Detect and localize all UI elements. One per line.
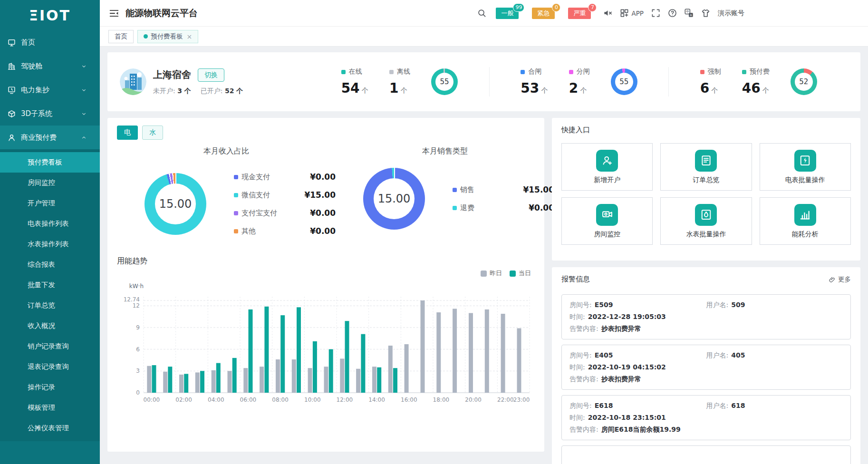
switch-site-button[interactable]: 切换 [198,68,224,82]
main-area: 能源物联网云平台 一般99紧急0严重7 APP 中A 演示账号 首页预付费看板× [100,0,868,464]
quick-entry-0[interactable]: 新增开户 [561,143,653,191]
sidebar-subitem-12[interactable]: 模板管理 [0,397,100,418]
cube-3d-icon [8,110,16,118]
alarm-badge-critical[interactable]: 严重7 [568,8,591,19]
svg-text:18:00: 18:00 [433,396,450,403]
sidebar-subitem-10[interactable]: 退表记录查询 [0,357,100,377]
sidebar-subitem-3[interactable]: 电表操作列表 [0,213,100,234]
site-counter: 已开户: 52 个 [201,87,243,96]
site-avatar [120,68,146,95]
fullscreen-icon[interactable] [651,9,660,18]
pie-legend: 销售¥15.00退费¥0.00 [453,181,554,217]
svg-text:6: 6 [136,346,140,353]
chevron-up-icon [81,135,87,141]
svg-text:23:00: 23:00 [513,396,530,403]
pie-section-0: 本月收入占比15.00现金支付¥0.00微信支付¥15.00支付宝支付¥0.00… [117,142,336,240]
app-root: ΞIOT 首页驾驶舱电力集抄3D子系统商业预付费预付费看板房间监控开户管理电表操… [0,0,868,464]
pie-chart-0: 15.00 [145,173,206,235]
charts-card: 电水 本月收入占比15.00现金支付¥0.00微信支付¥15.00支付宝支付¥0… [107,118,544,452]
chevron-down-icon [81,111,87,117]
trend-legend-item: 当日 [510,269,531,278]
translate-icon[interactable]: 中A [685,9,694,18]
tab-tag-1[interactable]: 预付费看板× [137,30,198,43]
room-monitor-icon [596,204,618,226]
trend-legend: 昨日当日 [117,269,531,278]
badge-count: 7 [588,3,597,12]
sidebar-subitem-5[interactable]: 综合报表 [0,254,100,275]
paperclip-icon [829,276,836,283]
site-counters: 未开户: 3 个已开户: 52 个 [153,87,243,96]
quick-entry-3[interactable]: 房间监控 [561,197,653,245]
quick-entry-2[interactable]: 电表批量操作 [760,143,851,191]
legend-row: 现金支付¥0.00 [234,168,336,186]
sidebar-subitem-0[interactable]: 预付费看板 [0,152,100,173]
right-column: 快捷入口 新增开户订单总览电表批量操作房间监控水表批量操作能耗分析 报警信息 更… [552,118,860,464]
apps-icon [620,9,629,18]
meter-reading-icon [8,86,16,94]
svg-text:12:00: 12:00 [337,396,353,403]
pie-title: 本月收入占比 [117,146,336,156]
energy-tab-0[interactable]: 电 [117,126,138,140]
sidebar-subitem-4[interactable]: 水表操作列表 [0,234,100,254]
menu-collapse-icon[interactable] [109,9,119,18]
quick-entries-title: 快捷入口 [561,126,851,135]
search-icon[interactable] [477,9,486,18]
sidebar-item-0[interactable]: 首页 [0,30,100,54]
theme-shirt-icon[interactable] [701,9,710,18]
quick-entry-5[interactable]: 能耗分析 [760,197,851,245]
quick-entry-1[interactable]: 订单总览 [660,143,752,191]
sidebar-item-2[interactable]: 电力集抄 [0,78,100,102]
chevron-down-icon [81,87,87,93]
sidebar-item-label: 首页 [21,38,35,47]
topbar-actions: 一般99紧急0严重7 APP 中A 演示账号 [477,8,744,19]
sidebar-subitem-6[interactable]: 批量下发 [0,275,100,295]
mute-icon[interactable] [603,9,612,18]
energy-tab-1[interactable]: 水 [142,126,163,140]
help-icon[interactable] [668,9,677,18]
sidebar-item-1[interactable]: 驾驶舱 [0,54,100,78]
legend-row: 支付宝支付¥0.00 [234,204,336,222]
sidebar-item-label: 3D子系统 [21,109,52,118]
svg-text:16:00: 16:00 [401,396,417,403]
sidebar-item-3[interactable]: 3D子系统 [0,102,100,126]
tab-tag-0[interactable]: 首页 [108,30,134,43]
svg-text:00:00: 00:00 [144,396,160,403]
alarm-badge-normal[interactable]: 一般99 [496,8,519,19]
sidebar-subitem-2[interactable]: 开户管理 [0,193,100,213]
add-account-icon [596,150,618,172]
svg-text:22:00: 22:00 [497,396,514,403]
sidebar-subitem-8[interactable]: 收入概况 [0,316,100,336]
svg-text:20:00: 20:00 [465,396,482,403]
alarm-badges: 一般99紧急0严重7 [494,8,596,19]
stat-item: 预付费46 个 [742,68,770,96]
sidebar-item-4[interactable]: 商业预付费 [0,126,100,149]
sidebar: ΞIOT 首页驾驶舱电力集抄3D子系统商业预付费预付费看板房间监控开户管理电表操… [0,0,100,464]
sidebar-item-label: 驾驶舱 [21,62,42,71]
legend-row: 退费¥0.00 [453,199,554,217]
page-title: 能源物联网云平台 [125,7,198,19]
site-counter: 未开户: 3 个 [153,87,191,96]
sidebar-item-label: 电力集抄 [21,86,49,95]
alarm-card: 房间号: E618用户名: 618时间: 2022-10-18 23:15:01… [561,395,851,440]
overview-group-1: 合闸53 个分闸2 个55 [490,68,669,96]
svg-text:04:00: 04:00 [208,396,224,403]
status-donut-1: 55 [611,68,637,95]
sidebar-subitem-9[interactable]: 销户记录查询 [0,336,100,357]
svg-text:14:00: 14:00 [368,396,385,403]
sidebar-subitem-13[interactable]: 公摊仪表管理 [0,418,100,438]
sidebar-subitem-7[interactable]: 订单总览 [0,295,100,316]
sidebar-subitem-1[interactable]: 房间监控 [0,173,100,193]
svg-text:9: 9 [136,324,140,331]
status-donut-0: 55 [431,68,458,95]
close-icon[interactable]: × [187,33,193,40]
alarm-badge-urgent[interactable]: 紧急0 [532,8,555,19]
quick-entry-4[interactable]: 水表批量操作 [660,197,752,245]
account-name[interactable]: 演示账号 [718,9,744,18]
svg-text:06:00: 06:00 [240,396,257,403]
app-entry[interactable]: APP [620,9,644,18]
sidebar-subitem-11[interactable]: 操作记录 [0,377,100,397]
trend-title: 用能趋势 [117,256,535,266]
content: 上海宿舍 切换 未开户: 3 个已开户: 52 个 在线54 个离线1 个55合… [100,47,868,464]
quick-entries-grid: 新增开户订单总览电表批量操作房间监控水表批量操作能耗分析 [561,143,851,245]
alarms-more-link[interactable]: 更多 [829,275,851,284]
